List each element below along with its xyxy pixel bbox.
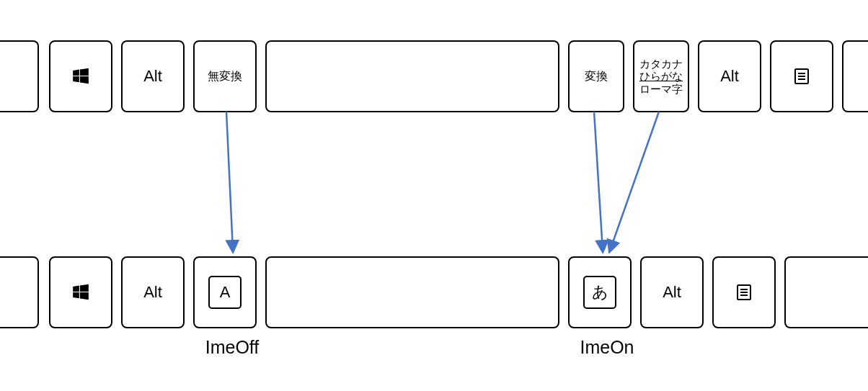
alt-right-key-bottom[interactable]: Alt xyxy=(640,256,704,328)
ime-on-glyph: あ xyxy=(592,282,608,303)
ime-off-glyph: A xyxy=(220,283,231,302)
kana-line2: ひらがな xyxy=(639,70,683,82)
key-fragment-left-bottom xyxy=(0,256,39,328)
kana-line3: ローマ字 xyxy=(639,83,683,95)
kana-key[interactable]: カタカナ ひらがな ローマ字 xyxy=(633,40,689,112)
alt-left-key-bottom[interactable]: Alt xyxy=(121,256,185,328)
windows-icon xyxy=(71,283,90,302)
spacebar-top[interactable] xyxy=(265,40,559,112)
windows-icon xyxy=(71,67,90,86)
spacebar-bottom[interactable] xyxy=(265,256,559,328)
henkan-key[interactable]: 変換 xyxy=(568,40,624,112)
kana-line1: カタカナ xyxy=(639,58,683,70)
muhenkan-key[interactable]: 無変換 xyxy=(193,40,257,112)
menu-key-bottom[interactable] xyxy=(712,256,776,328)
alt-right-label-bottom: Alt xyxy=(663,284,681,300)
ime-off-key[interactable]: A xyxy=(193,256,257,328)
muhenkan-label: 無変換 xyxy=(208,70,242,83)
key-fragment-right-top xyxy=(842,40,868,112)
ime-on-caption: ImeOn xyxy=(564,337,650,358)
menu-icon xyxy=(735,284,753,301)
ime-on-glyph-box: あ xyxy=(583,276,616,309)
ime-on-key[interactable]: あ xyxy=(568,256,632,328)
alt-left-label-top: Alt xyxy=(143,68,162,84)
arrow-henkan-to-imeon xyxy=(594,112,603,251)
windows-key-top[interactable] xyxy=(49,40,112,112)
arrow-muhenkan-to-imeoff xyxy=(226,112,233,251)
alt-left-key-top[interactable]: Alt xyxy=(121,40,185,112)
windows-key-bottom[interactable] xyxy=(49,256,112,328)
alt-right-label-top: Alt xyxy=(720,68,739,84)
henkan-label: 変換 xyxy=(585,70,608,83)
key-fragment-left-top xyxy=(0,40,39,112)
key-fragment-right-bottom xyxy=(784,256,868,328)
alt-left-label-bottom: Alt xyxy=(143,284,162,300)
arrow-kana-to-imeon xyxy=(610,112,659,251)
ime-off-caption: ImeOff xyxy=(189,337,275,358)
menu-key-top[interactable] xyxy=(770,40,833,112)
ime-off-glyph-box: A xyxy=(208,276,242,309)
menu-icon xyxy=(793,68,810,85)
keyboard-remap-diagram: Alt 無変換 変換 カタカナ ひらがな ローマ字 Alt Alt A あ xyxy=(0,0,868,391)
alt-right-key-top[interactable]: Alt xyxy=(698,40,761,112)
